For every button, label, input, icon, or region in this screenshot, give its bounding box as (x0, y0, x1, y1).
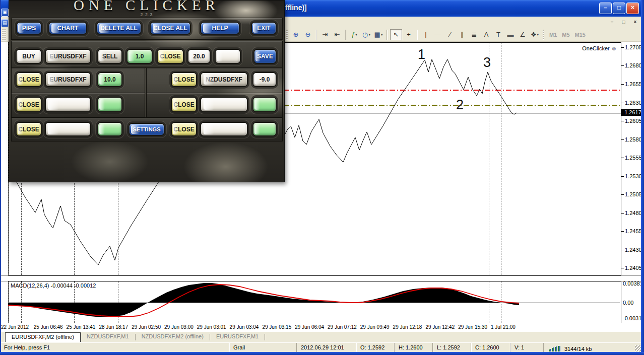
toolbar-grip[interactable] (543, 30, 544, 40)
panel-button-blank[interactable] (215, 49, 241, 64)
panel-button-eurusdfxf[interactable]: EURUSDFXF (45, 72, 91, 87)
close-button[interactable]: × (626, 3, 639, 14)
text-label-icon[interactable]: T (493, 30, 504, 40)
group-divider (12, 93, 145, 93)
price-scale-label: 1.2605 (625, 118, 642, 124)
price-scale-label: 1.2630 (625, 100, 642, 106)
mdi-close-button[interactable]: × (630, 18, 640, 27)
dropdown-arrow-icon[interactable]: ▾ (381, 33, 383, 37)
panel-button-close[interactable]: CLOSE (171, 72, 197, 87)
price-scale-tick (621, 84, 624, 85)
macd-chart (8, 281, 621, 323)
panel-button-save[interactable]: SAVE (253, 49, 277, 64)
price-scale-label: 1.2680 (625, 62, 642, 68)
status-server: Grail (229, 343, 296, 352)
traffic-bars-icon (549, 346, 560, 351)
panel-button-buy[interactable]: BUY (16, 49, 42, 64)
chart-window-icon[interactable]: ▤ (1, 19, 9, 27)
panel-button-chart[interactable]: CHART (48, 22, 87, 35)
price-scale-tick (621, 213, 624, 214)
panel-button-blank[interactable] (45, 122, 91, 136)
price-scale-label: 1.2580 (625, 136, 642, 143)
panel-button-blank[interactable] (97, 97, 122, 112)
fibonacci-icon[interactable]: ≣ (469, 30, 480, 40)
indicators-icon[interactable]: ƒ▾ (349, 30, 360, 40)
zoom-out-icon[interactable]: ⊖ (302, 30, 313, 40)
panel-button-blank[interactable] (252, 97, 277, 112)
mdi-minimize-button[interactable]: – (607, 18, 617, 27)
panel-button-blank[interactable] (200, 122, 248, 136)
resize-grip[interactable] (635, 345, 641, 351)
panel-button-pips[interactable]: PIPS (16, 22, 42, 35)
chart-tab-4[interactable]: EURUSDFXF,M1 (210, 332, 265, 341)
panel-button-eurusdfxf[interactable]: EURUSDFXF (45, 49, 91, 64)
cursor-icon[interactable]: ↖ (390, 29, 402, 40)
toolbar-grip[interactable] (2, 29, 6, 41)
price-scale-label: 1.2405 (625, 265, 642, 271)
panel-button-close[interactable]: CLOSE (171, 97, 197, 112)
panel-button-blank[interactable] (97, 122, 122, 136)
panel-button-delete-all[interactable]: DELETE ALL (96, 22, 142, 35)
price-scale-tick (621, 194, 624, 195)
zoom-in-icon[interactable]: ⊕ (290, 30, 301, 40)
price-scale-label: 1.2455 (625, 228, 642, 234)
time-axis-label: 22 Jun 2012 (1, 324, 29, 330)
angle-icon[interactable]: ∠ (517, 30, 528, 40)
auto-scroll-icon[interactable]: ⇤ (332, 30, 343, 40)
rectangle-icon[interactable]: ▬ (505, 30, 516, 40)
panel-button-close[interactable]: CLOSE (16, 122, 42, 136)
panel-button--9.0[interactable]: -9.0 (252, 72, 277, 87)
horizontal-line-icon[interactable]: ― (432, 30, 443, 40)
arrows-icon[interactable]: ❖▾ (529, 30, 540, 40)
toolbar-grip[interactable] (286, 30, 288, 40)
panel-button-sell[interactable]: SELL (97, 49, 122, 64)
panel-button-blank[interactable] (252, 122, 277, 136)
dropdown-arrow-icon[interactable]: ▾ (355, 33, 357, 37)
panel-button-exit[interactable]: EXIT (251, 22, 277, 35)
chart-tab-3[interactable]: NZDUSDFXF,M2 (offline) (136, 332, 210, 341)
dropdown-arrow-icon[interactable]: ▾ (368, 33, 370, 37)
timeframe-m5[interactable]: M5 (562, 32, 569, 38)
crosshair-icon[interactable]: + (403, 30, 414, 40)
panel-button-10.0[interactable]: 10.0 (97, 72, 122, 87)
templates-icon[interactable]: ▦▾ (373, 30, 384, 40)
traffic-text: 3144/14 kb (564, 344, 592, 352)
text-icon[interactable]: A (481, 30, 492, 40)
oneclicker-panel[interactable]: ONE CLICKER 2.2.3 PIPSCHARTDELETE ALLCLO… (9, 0, 285, 182)
window-title: ffline)] (285, 4, 307, 12)
status-volume: V: 1 (510, 343, 543, 352)
panel-button-close[interactable]: CLOSE (171, 122, 197, 136)
time-axis-label: 29 Jun 15:30 (458, 324, 487, 330)
chart-tab-2[interactable]: NZDUSDFXF,M1 (81, 332, 135, 341)
price-scale-label: 1.2480 (625, 210, 642, 216)
price-scale-label: 1.2430 (625, 247, 642, 253)
panel-button-close[interactable]: CLOSE (16, 72, 42, 87)
restore-button[interactable]: □ (613, 3, 625, 14)
app-icon[interactable]: ▣ (1, 9, 9, 17)
timeframe-m1[interactable]: M1 (549, 32, 557, 38)
vertical-line-icon[interactable]: | (420, 30, 431, 40)
dropdown-arrow-icon[interactable]: ▾ (537, 33, 539, 37)
equidistant-channel-icon[interactable]: ∥ (457, 30, 468, 40)
mdi-restore-button[interactable]: □ (619, 18, 628, 27)
chart-shift-icon[interactable]: ⇥ (319, 30, 331, 40)
trendline-icon[interactable]: ∕ (444, 30, 456, 40)
periods-icon[interactable]: ◷▾ (361, 30, 372, 40)
panel-button-1.0[interactable]: 1.0 (126, 49, 153, 64)
panel-button-nzdusdfxf[interactable]: NZDUSDFXF (200, 72, 248, 87)
minimize-button[interactable]: – (599, 3, 612, 14)
timeframe-m15[interactable]: M15 (575, 32, 586, 38)
panel-button-close-all[interactable]: CLOSE ALL (150, 22, 191, 35)
panel-button-help[interactable]: HELP (200, 22, 240, 35)
panel-button-20.0[interactable]: 20.0 (187, 49, 211, 64)
panel-button-blank[interactable] (45, 97, 91, 112)
chart-tab-1[interactable]: EURUSDFXF,M2 (offline) (5, 332, 81, 342)
panel-button-settings[interactable]: SETTINGS (128, 123, 165, 136)
time-axis-label: 25 Jun 13:41 (67, 324, 96, 330)
panel-button-blank[interactable] (200, 97, 248, 112)
panel-version: 2.2.3 (9, 12, 284, 17)
price-scale-tick (621, 139, 624, 140)
panel-button-close[interactable]: CLOSE (157, 49, 184, 64)
status-bar: For Help, press F1Grail2012.06.29 12:01O… (0, 342, 644, 352)
panel-button-close[interactable]: CLOSE (16, 97, 42, 112)
